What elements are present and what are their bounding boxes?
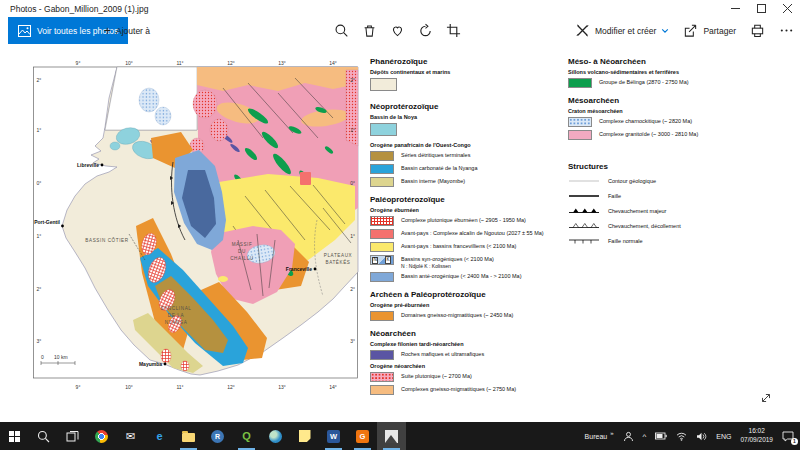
qgis-icon[interactable]: Q (232, 422, 261, 450)
edit-create-label: Modifier et créer (595, 26, 656, 36)
svg-text:2°: 2° (37, 77, 42, 83)
solid-swatch (370, 164, 394, 174)
legend-section: PaléoprotérozoïqueOrogène éburnéenComple… (370, 195, 562, 282)
minimize-button[interactable] (722, 0, 748, 17)
photos-icon[interactable] (377, 422, 406, 450)
legend-subheading: Complexe filonien tardi-néoarchéen (370, 341, 562, 347)
photo-viewer[interactable]: 9°10° 11°12° 13°14° 9°10° 11°12° 13°14° … (0, 44, 800, 422)
taskbar: ✉eRQWG Bureau » ^ ENG (0, 422, 800, 450)
legend-item-label: Roches mafiques et ultramafiques (401, 350, 484, 358)
structure-label: Chevauchement, décollement (608, 223, 681, 229)
search-button[interactable] (29, 422, 58, 450)
svg-text:3°: 3° (37, 338, 42, 344)
svg-text:1°: 1° (350, 233, 355, 239)
notification-badge: 1 (791, 438, 798, 445)
legend-heading: Mésoarchéen (568, 96, 760, 105)
legend-item: Suite plutonique (~ 2700 Ma) (370, 372, 562, 382)
sticky-notes-icon[interactable] (290, 422, 319, 450)
legend-item: Groupe de Bélinga (2870 - 2750 Ma) (568, 78, 760, 88)
scale-bar: 0 10 km (41, 354, 75, 365)
taskbar-apps: ✉eRQWG (0, 422, 406, 450)
legend-section: MésoarchéenCraton mésoarchéenComplexe ch… (568, 96, 760, 140)
legend-item-label: Avant-pays : bassins francevilliens (< 2… (401, 242, 516, 250)
language-indicator[interactable]: ENG (716, 433, 731, 440)
mail-icon[interactable]: ✉ (116, 422, 145, 450)
zoom-icon[interactable] (334, 23, 349, 38)
legend-item: Complexe plutonique éburnéen (~ 2905 - 1… (370, 216, 562, 226)
yellow-window (218, 276, 228, 282)
people-button[interactable] (623, 431, 634, 442)
legend-item: Séries détritiques terminales (370, 151, 562, 161)
legend-section: PhanérozoïqueDépôts continentaux et mari… (370, 57, 562, 94)
sticky-note-glyph (299, 430, 311, 442)
svg-text:14°: 14° (329, 60, 337, 66)
add-to-button[interactable]: + Ajouter à (104, 17, 150, 44)
show-hidden-icons-button[interactable]: ^ (643, 432, 647, 441)
network-icon[interactable] (676, 432, 687, 441)
maximize-button[interactable] (748, 0, 774, 17)
desktop-toolbar[interactable]: Bureau » (585, 433, 614, 440)
solid-swatch (370, 311, 394, 321)
legend-item-label: Complexe granitoïde (~ 3000 - 2810 Ma) (599, 130, 698, 138)
more-icon[interactable] (779, 23, 794, 38)
g-app-icon[interactable]: G (348, 422, 377, 450)
edge-icon[interactable]: e (145, 422, 174, 450)
plus-icon: + (104, 25, 111, 37)
overflow-chevrons: » (610, 430, 613, 436)
legend-item-label: Bassins syn-orogéniques (< 2100 Ma)N : N… (401, 255, 494, 269)
structure-item: Chevauchement, décollement (568, 221, 760, 231)
g-app-icon-glyph: G (356, 430, 369, 443)
chrome-glyph (95, 430, 108, 443)
solid-swatch (370, 177, 394, 187)
share-button[interactable]: Partager (683, 23, 736, 38)
file-explorer-icon[interactable] (174, 422, 203, 450)
gis-globe-icon[interactable] (261, 422, 290, 450)
clock[interactable]: 16:02 07/09/2019 (740, 427, 773, 445)
legend-heading: Méso- à Néoarchéen (568, 57, 760, 66)
delete-icon[interactable] (362, 23, 377, 38)
legend-heading: Néoarchéen (370, 329, 562, 338)
task-view-button[interactable] (58, 422, 87, 450)
start-button[interactable] (0, 422, 29, 450)
legend-subheading: Orogène éburnéen (370, 207, 562, 213)
favorite-icon[interactable] (390, 23, 405, 38)
dots-swatch (370, 372, 394, 382)
structure-label: Faille normale (608, 238, 643, 244)
solid-swatch (370, 229, 394, 239)
legend-item: Bassin interne (Mayombe) (370, 177, 562, 187)
edit-create-button[interactable]: Modifier et créer (575, 23, 669, 38)
chrome-icon[interactable] (87, 422, 116, 450)
crop-icon[interactable] (446, 23, 461, 38)
tray-date: 07/09/2019 (740, 436, 773, 445)
battery-icon[interactable] (655, 432, 667, 440)
svg-text:10°: 10° (125, 384, 133, 390)
legend-subheading: Sillons volcano-sédimentaires et ferrifè… (568, 69, 760, 75)
nk-swatch: NK (370, 255, 394, 265)
r-app-icon[interactable]: R (203, 422, 232, 450)
legend-item-label: Avant-pays : Complexe alcalin de Ngoutou… (401, 229, 544, 237)
add-to-label: Ajouter à (116, 26, 150, 36)
maximize-icon (757, 4, 766, 13)
qgis-icon-glyph: Q (242, 430, 251, 442)
legend-subheading: Orogène panafricain de l'Ouest-Congo (370, 142, 562, 148)
svg-text:13°: 13° (278, 384, 286, 390)
legend-subheading: Craton mésoarchéen (568, 108, 760, 114)
expand-icon[interactable] (760, 392, 772, 404)
windows-logo-icon (9, 431, 20, 442)
solid-swatch (370, 151, 394, 161)
action-center-button[interactable]: 1 (782, 431, 794, 442)
thrust-open-line-sample (568, 221, 600, 231)
rotate-icon[interactable] (418, 23, 433, 38)
mail-glyph: ✉ (126, 430, 135, 443)
volume-icon[interactable] (696, 432, 707, 441)
legend-heading: Phanérozoïque (370, 57, 562, 66)
close-button[interactable] (774, 0, 800, 17)
word-icon[interactable]: W (319, 422, 348, 450)
print-icon[interactable] (750, 23, 765, 38)
close-icon (783, 4, 792, 13)
svg-text:2°: 2° (350, 286, 355, 292)
globe-glyph (269, 430, 282, 443)
svg-text:PLATEAUX: PLATEAUX (324, 253, 352, 258)
legend-section: StructuresContour géologiqueFailleChevau… (568, 162, 760, 246)
task-view-glyph (66, 430, 79, 443)
